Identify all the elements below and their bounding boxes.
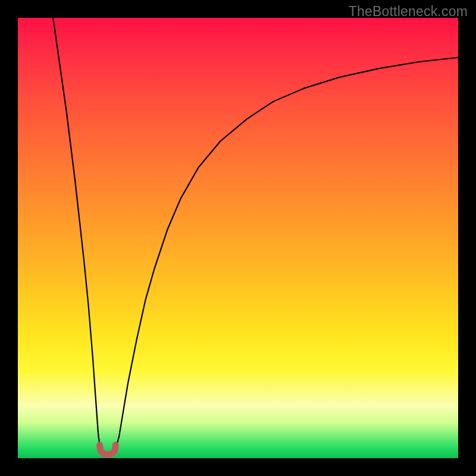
watermark-text: TheBottleneck.com (349, 4, 468, 20)
bottleneck-curve (53, 18, 458, 457)
min-marker (100, 445, 116, 455)
plot-area (18, 18, 458, 458)
chart-frame: TheBottleneck.com (0, 0, 476, 476)
curve-svg (18, 18, 458, 458)
